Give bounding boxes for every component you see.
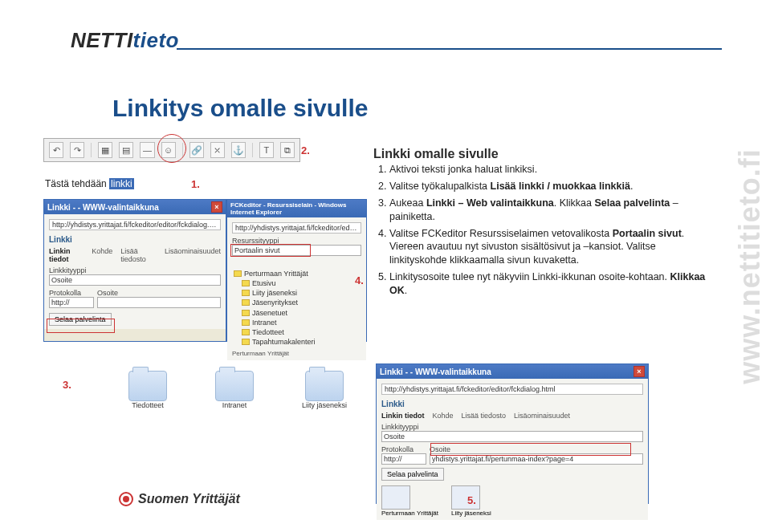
folder-intranet[interactable]: Intranet [215, 371, 254, 409]
smiley-icon[interactable]: ☺ [161, 142, 176, 158]
marker-5: 5. [467, 494, 476, 506]
undo-icon[interactable]: ↶ [49, 142, 63, 158]
highlight-browse-button [47, 319, 115, 333]
step-5: Linkitysosoite tulee nyt näkyviin Linkki… [389, 270, 711, 298]
tree-item[interactable]: Tapahtumakalenteri [242, 337, 361, 347]
input-osoite[interactable] [97, 297, 221, 308]
select-linkkityyppi[interactable]: Osoite [49, 274, 221, 286]
folder-icon [305, 371, 344, 401]
steps-list: Aktivoi teksti jonka haluat linkiksi. Va… [373, 163, 711, 301]
tab-linkin-tiedot[interactable]: Linkin tiedot [49, 247, 84, 263]
tab-kohde[interactable]: Kohde [92, 247, 112, 263]
close-icon[interactable]: × [211, 201, 222, 213]
select-linkkityyppi[interactable]: Osoite [381, 431, 643, 442]
address-bar: http://yhdistys.yrittajat.fi/fckeditor/e… [49, 219, 221, 230]
marker-3: 3. [63, 379, 71, 391]
folder-icon [242, 310, 250, 316]
tree-item[interactable]: Jäsenyritykset [242, 298, 361, 307]
step-3: Aukeaa Linkki – Web valintaikkuna. Klikk… [389, 197, 711, 224]
window-title: Linkki - - WWW-valintaikkuna [47, 203, 159, 212]
step-heading: Linkki omalle sivulle [373, 147, 499, 161]
logo-part1: NETTI [71, 28, 133, 52]
folder-icon [242, 339, 250, 345]
step1-link-word: linkki [109, 178, 134, 189]
window-title-bar: Linkki - - WWW-valintaikkuna × [44, 200, 226, 214]
folder-icon [242, 290, 250, 296]
marker-1: 1. [191, 178, 200, 190]
tree-item[interactable]: Tiedotteet [242, 327, 361, 337]
tab-linkin-tiedot[interactable]: Linkin tiedot [381, 412, 425, 420]
folder-icon [215, 371, 254, 401]
highlight-resurssityyppi [230, 244, 311, 257]
side-watermark: www.nettitieto.fi [730, 0, 770, 532]
thumb-icon[interactable] [381, 485, 410, 510]
redo-icon[interactable]: ↷ [70, 142, 84, 158]
fckeditor-resource-browser: FCKeditor - Resurssiselain - Windows Int… [226, 199, 367, 342]
window-title-bar: Linkki - - WWW-valintaikkuna × [377, 364, 648, 379]
separator [182, 143, 183, 157]
unlink-icon[interactable]: ⤫ [210, 142, 225, 158]
label-linkkityyppi: Linkkityyppi [49, 266, 221, 274]
label-linkkityyppi: Linkkityyppi [381, 423, 643, 431]
tab-lisaominaisuudet[interactable]: Lisäominaisuudet [165, 247, 221, 263]
window-title: Linkki - - WWW-valintaikkuna [380, 368, 491, 376]
bottom-path: Perturmaan Yrittäjät [232, 350, 361, 357]
folder-icon [242, 280, 250, 286]
label-protokolla: Protokolla [381, 445, 426, 453]
text-icon[interactable]: T [259, 142, 274, 158]
footer-logo: Suomen Yrittäjät [119, 492, 240, 506]
marker-2: 2. [301, 144, 310, 156]
close-icon[interactable]: × [634, 366, 645, 377]
folder-icon [242, 329, 250, 335]
step-1: Aktivoi teksti jonka haluat linkiksi. [389, 163, 711, 177]
hr-icon[interactable]: — [140, 142, 154, 158]
browse-server-button[interactable]: Selaa palvelinta [381, 468, 444, 481]
source-icon[interactable]: ⧉ [280, 142, 295, 158]
tabs: Linkin tiedot Kohde Lisää tiedosto Lisäo… [49, 247, 221, 263]
folder-tiedotteet[interactable]: Tiedotteet [128, 371, 167, 409]
tree-item[interactable]: Jäsenetuet [242, 308, 361, 318]
side-watermark-text: www.nettitieto.fi [733, 148, 767, 384]
label-osoite: Osoite [97, 289, 221, 297]
image-icon[interactable]: ▦ [98, 142, 112, 158]
thumbnail-row: Perturmaan Yrittäjät Liity jäseneksi [381, 485, 643, 517]
panel-heading: Linkki [49, 234, 221, 246]
folder-icons-row: Tiedotteet Intranet Liity jäseneksi [128, 371, 347, 409]
label-protokolla: Protokolla [49, 289, 94, 297]
address-bar: http://yhdistys.yrittajat.fi/fckeditor/e… [232, 222, 361, 234]
folder-tree: Perturmaan Yrittäjät Etusivu Liity jäsen… [232, 269, 361, 347]
folder-icon [234, 270, 242, 277]
logo: NETTItieto [71, 28, 179, 53]
linkki-dialog-2: Linkki - - WWW-valintaikkuna × http://yh… [376, 363, 649, 504]
window-title-bar: FCKeditor - Resurssiselain - Windows Int… [227, 200, 366, 217]
select-protokolla[interactable]: http:// [49, 297, 94, 308]
tab-lisaa-tiedosto[interactable]: Lisää tiedosto [462, 412, 507, 420]
folder-icon [242, 319, 250, 326]
page-title: Linkitys omalle sivulle [112, 95, 368, 122]
window-title: FCKeditor - Resurssiselain - Windows Int… [230, 201, 363, 216]
tree-root[interactable]: Perturmaan Yrittäjät [234, 269, 361, 278]
tab-kohde[interactable]: Kohde [433, 412, 454, 420]
tree-item[interactable]: Intranet [242, 318, 361, 327]
tree-item[interactable]: Liity jäseneksi [242, 288, 361, 298]
separator [91, 143, 92, 157]
folder-icon [128, 371, 167, 401]
panel-heading: Linkki [381, 398, 643, 410]
editor-toolbar: ↶ ↷ ▦ ▤ — ☺ 🔗 ⤫ ⚓ T ⧉ [43, 138, 300, 162]
anchor-icon[interactable]: ⚓ [231, 142, 246, 158]
tab-lisaa-tiedosto[interactable]: Lisää tiedosto [120, 247, 157, 263]
step-2: Valitse työkalupalkista Lisää linkki / m… [389, 180, 711, 193]
folder-liity-jaseneksi[interactable]: Liity jäseneksi [302, 371, 347, 409]
select-protokolla[interactable]: http:// [381, 453, 426, 465]
step1-sample: Tästä tehdään linkki [45, 178, 134, 189]
step-4: Valitse FCKeditor Resurssiselaimen vetov… [389, 227, 711, 268]
folder-icon [242, 299, 250, 306]
table-icon[interactable]: ▤ [119, 142, 133, 158]
tree-item[interactable]: Etusivu [242, 278, 361, 288]
header-rule [177, 48, 722, 50]
highlight-address-filled [430, 443, 631, 456]
tab-lisaominaisuudet[interactable]: Lisäominaisuudet [514, 412, 570, 420]
tabs: Linkin tiedot Kohde Lisää tiedosto Lisäo… [381, 412, 643, 420]
address-bar: http://yhdistys.yrittajat.fi/fckeditor/e… [381, 384, 643, 395]
link-icon[interactable]: 🔗 [189, 142, 204, 158]
